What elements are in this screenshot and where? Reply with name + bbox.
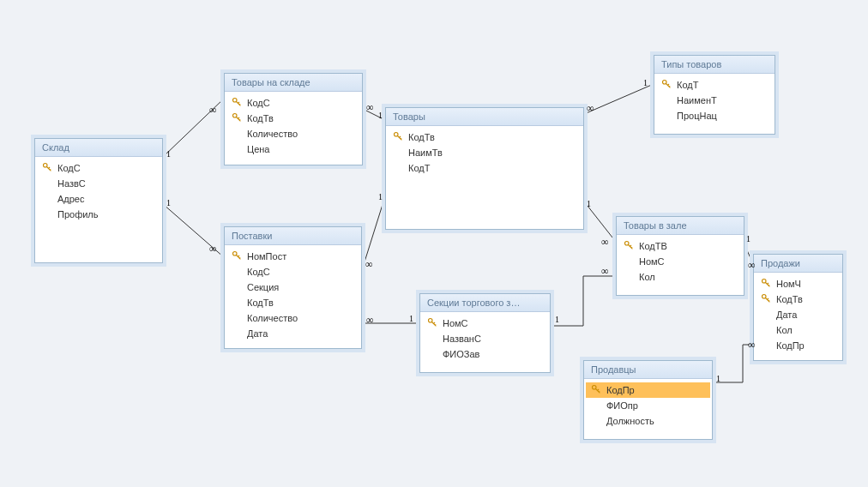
field-name: НазвС	[57, 177, 86, 190]
field-row[interactable]: НазванС	[422, 331, 548, 346]
table-body: КодПрФИОпрДолжность	[584, 379, 712, 436]
field-row[interactable]: КодПр	[586, 382, 710, 398]
cardinality-label: 1	[166, 149, 171, 159]
table-body: КодТВНомСКол	[617, 235, 744, 292]
key-icon	[232, 97, 244, 109]
relationship-line[interactable]	[584, 201, 616, 242]
field-row[interactable]: НомС	[422, 316, 548, 331]
field-row[interactable]: НаимТв	[388, 145, 582, 160]
table-tovary[interactable]: ТоварыКодТвНаимТвКодТ	[385, 107, 584, 230]
field-row[interactable]: Профиль	[37, 207, 160, 222]
relationship-line[interactable]	[584, 84, 654, 114]
table-prodavcy[interactable]: ПродавцыКодПрФИОпрДолжность	[583, 360, 713, 440]
field-icon-spacer	[232, 281, 244, 293]
table-prodazhi[interactable]: ПродажиНомЧКодТвДатаКолКодПр	[753, 254, 843, 361]
table-tovary_sklad[interactable]: Товары на складеКодСКодТвКоличествоЦена	[224, 73, 363, 165]
relationship-line[interactable]	[363, 109, 385, 120]
field-row[interactable]: ФИОпр	[586, 398, 710, 413]
table-body: НомЧКодТвДатаКолКодПр	[754, 273, 842, 360]
cardinality-label: ∞	[365, 258, 373, 271]
field-row[interactable]: КодТВ	[618, 238, 742, 254]
field-icon-spacer	[591, 400, 603, 412]
field-row[interactable]: КодС	[226, 95, 360, 111]
field-icon-spacer	[232, 128, 244, 140]
cardinality-label: ∞	[366, 314, 374, 327]
field-row[interactable]: ФИОЗав	[422, 346, 548, 362]
field-row[interactable]: Дата	[226, 326, 359, 341]
key-icon	[232, 112, 242, 123]
key-icon	[393, 131, 403, 141]
field-row[interactable]: Адрес	[37, 191, 160, 207]
field-name: Количество	[247, 127, 298, 141]
field-icon-spacer	[661, 110, 673, 122]
field-row[interactable]: НомПост	[226, 249, 359, 264]
field-row[interactable]: КодТв	[226, 295, 359, 310]
table-title[interactable]: Продавцы	[584, 361, 712, 379]
field-name: НаимТв	[408, 146, 443, 159]
key-icon	[232, 250, 244, 262]
relationship-line[interactable]	[551, 276, 616, 326]
table-title[interactable]: Поставки	[225, 227, 361, 245]
field-name: НомЧ	[776, 277, 801, 291]
table-title[interactable]: Продажи	[754, 255, 842, 273]
field-row[interactable]: КодТв	[226, 111, 360, 126]
field-row[interactable]: НомС	[618, 254, 742, 269]
field-row[interactable]: КодТ	[656, 77, 773, 93]
field-icon-spacer	[761, 324, 773, 336]
relationship-line[interactable]	[713, 345, 753, 382]
field-icon-spacer	[591, 415, 603, 427]
table-title[interactable]: Товары в зале	[617, 217, 744, 235]
field-row[interactable]: Количество	[226, 126, 360, 141]
table-tipy[interactable]: Типы товаровКодТНаименТПроцНац	[654, 55, 775, 135]
field-row[interactable]: КодТ	[388, 160, 582, 176]
table-title[interactable]: Товары на складе	[225, 74, 362, 92]
field-icon-spacer	[624, 271, 636, 283]
field-row[interactable]: КодТв	[756, 292, 841, 307]
field-row[interactable]: Должность	[586, 413, 710, 429]
table-title[interactable]: Типы товаров	[654, 56, 775, 74]
field-row[interactable]: НомЧ	[756, 276, 841, 292]
table-body: НомПостКодССекцияКодТвКоличествоДата	[225, 245, 361, 348]
field-row[interactable]: НаименТ	[656, 93, 773, 108]
table-sekcii[interactable]: Секции торгового з…НомСНазванСФИОЗав	[419, 293, 551, 373]
field-icon-spacer	[232, 297, 244, 309]
field-icon-spacer	[42, 193, 54, 205]
field-row[interactable]: ПроцНац	[656, 108, 773, 123]
table-body: КодТНаименТПроцНац	[654, 74, 775, 130]
table-title[interactable]: Склад	[35, 139, 162, 157]
field-row[interactable]: Цена	[226, 141, 360, 157]
field-row[interactable]: Секция	[226, 280, 359, 295]
relationship-line[interactable]	[744, 244, 753, 264]
key-icon	[661, 79, 673, 91]
cardinality-label: 1	[716, 374, 720, 383]
field-row[interactable]: КодТв	[388, 129, 582, 145]
table-title[interactable]: Товары	[386, 108, 583, 126]
table-title[interactable]: Секции торгового з…	[420, 294, 550, 312]
field-name: Должность	[606, 414, 654, 428]
er-diagram-canvas[interactable]: { "tables": { "sklad": { "title": "Склад…	[0, 0, 868, 487]
relationship-line[interactable]	[163, 99, 224, 157]
field-name: Количество	[247, 311, 298, 325]
relationship-line[interactable]	[362, 196, 385, 270]
key-icon	[761, 293, 771, 304]
table-vzale[interactable]: Товары в залеКодТВНомСКол	[616, 216, 744, 296]
field-row[interactable]: Количество	[226, 310, 359, 326]
field-row[interactable]: КодС	[226, 264, 359, 280]
field-name: КодПр	[606, 383, 635, 397]
key-icon	[42, 162, 54, 174]
key-icon	[624, 240, 634, 250]
field-name: КодТв	[247, 111, 274, 125]
table-postavki[interactable]: ПоставкиНомПостКодССекцияКодТвКоличество…	[224, 226, 362, 349]
table-sklad[interactable]: СкладКодСНазвСАдресПрофиль	[34, 138, 163, 263]
field-name: ФИОпр	[606, 399, 638, 412]
field-icon-spacer	[42, 177, 54, 189]
field-row[interactable]: КодС	[37, 160, 160, 176]
relationship-line[interactable]	[163, 204, 224, 257]
cardinality-label: 1	[378, 111, 383, 120]
field-row[interactable]: Дата	[756, 307, 841, 322]
field-row[interactable]: Кол	[618, 269, 742, 285]
field-row[interactable]: НазвС	[37, 176, 160, 191]
field-row[interactable]: Кол	[756, 322, 841, 338]
field-row[interactable]: КодПр	[756, 338, 841, 353]
field-name: Секция	[247, 280, 279, 294]
